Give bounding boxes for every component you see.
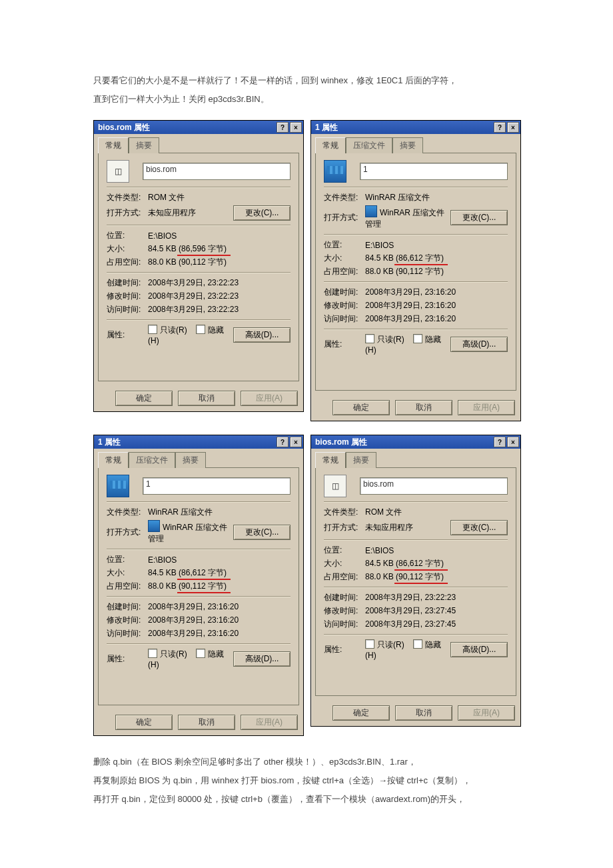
- label-accessed: 访问时间:: [324, 313, 365, 325]
- winrar-icon: [148, 520, 160, 532]
- tab-general[interactable]: 常规: [315, 137, 346, 153]
- apply-button[interactable]: 应用(A): [458, 400, 515, 415]
- label-size-on-disk: 占用空间:: [324, 266, 365, 277]
- value-created: 2008年3月29日, 23:16:20: [148, 601, 291, 613]
- tab-summary[interactable]: 摘要: [129, 137, 159, 153]
- label-attributes: 属性:: [324, 644, 365, 655]
- label-created: 创建时间:: [107, 277, 148, 289]
- advanced-button[interactable]: 高级(D)...: [233, 651, 291, 667]
- label-open-with: 打开方式:: [324, 212, 365, 223]
- tab-summary[interactable]: 摘要: [346, 452, 376, 468]
- label-size-on-disk: 占用空间:: [107, 257, 148, 268]
- value-modified: 2008年3月29日, 23:16:20: [365, 300, 508, 311]
- readonly-checkbox[interactable]: [148, 649, 157, 658]
- cancel-button[interactable]: 取消: [178, 715, 235, 730]
- hidden-checkbox[interactable]: [413, 639, 422, 649]
- value-location: E:\BIOS: [365, 241, 508, 250]
- outro-line-1: 删除 q.bin（在 BIOS 剩余空间足够时多出了 other 模块！）、ep…: [93, 755, 520, 769]
- advanced-button[interactable]: 高级(D)...: [233, 327, 291, 343]
- tab-general[interactable]: 常规: [315, 452, 346, 468]
- label-accessed: 访问时间:: [107, 304, 148, 315]
- value-size-on-disk: 88.0 KB (90,112 字节): [148, 257, 291, 268]
- label-size: 大小:: [324, 558, 365, 569]
- close-button[interactable]: ×: [290, 437, 302, 447]
- change-button[interactable]: 更改(C)...: [450, 520, 508, 535]
- hidden-checkbox[interactable]: [196, 325, 205, 334]
- label-accessed: 访问时间:: [107, 628, 148, 639]
- readonly-checkbox[interactable]: [365, 639, 374, 649]
- value-size: 84.5 KB (86,596 字节): [148, 243, 291, 255]
- cancel-button[interactable]: 取消: [178, 391, 235, 406]
- tab-summary[interactable]: 摘要: [175, 452, 206, 468]
- value-file-type: ROM 文件: [365, 507, 508, 518]
- value-open-with: WinRAR 压缩文件管理: [365, 205, 450, 230]
- readonly-checkbox[interactable]: [148, 325, 157, 334]
- readonly-label: 只读(R): [160, 649, 187, 659]
- advanced-button[interactable]: 高级(D)...: [450, 337, 508, 352]
- help-button[interactable]: ?: [277, 122, 289, 133]
- value-accessed: 2008年3月29日, 23:16:20: [148, 628, 291, 639]
- filename-input[interactable]: bios.rom: [143, 163, 291, 180]
- filename-input[interactable]: 1: [143, 477, 291, 495]
- readonly-label: 只读(R): [377, 335, 404, 344]
- help-button[interactable]: ?: [494, 437, 506, 447]
- filename-input[interactable]: bios.rom: [360, 477, 508, 495]
- cancel-button[interactable]: 取消: [395, 400, 452, 415]
- label-size: 大小:: [107, 567, 148, 579]
- tab-general[interactable]: 常规: [98, 452, 129, 468]
- ok-button[interactable]: 确定: [332, 400, 390, 415]
- tab-archive[interactable]: 压缩文件: [129, 452, 175, 468]
- change-button[interactable]: 更改(C)...: [233, 205, 291, 221]
- label-size-on-disk: 占用空间:: [324, 571, 365, 583]
- tab-archive[interactable]: 压缩文件: [346, 137, 392, 153]
- rar-icon: [324, 160, 346, 183]
- intro-line-2: 直到它们一样大小为止！关闭 ep3cds3r.BIN。: [93, 92, 520, 107]
- hidden-checkbox[interactable]: [413, 334, 422, 343]
- label-location: 位置:: [324, 545, 365, 556]
- rar-icon: [107, 475, 129, 497]
- tab-general[interactable]: 常规: [98, 137, 129, 153]
- value-file-type: ROM 文件: [148, 192, 291, 203]
- help-button[interactable]: ?: [494, 122, 506, 133]
- close-button[interactable]: ×: [507, 122, 519, 133]
- readonly-label: 只读(R): [160, 325, 187, 335]
- hidden-checkbox[interactable]: [196, 649, 205, 658]
- change-button[interactable]: 更改(C)...: [233, 525, 291, 540]
- label-modified: 修改时间:: [324, 605, 365, 617]
- label-created: 创建时间:: [324, 592, 365, 603]
- label-modified: 修改时间:: [324, 300, 365, 311]
- value-size-on-disk: 88.0 KB (90,112 字节): [148, 581, 291, 592]
- filename-input[interactable]: 1: [360, 163, 508, 180]
- dialog-title: bios.rom 属性: [315, 437, 367, 448]
- tab-summary[interactable]: 摘要: [392, 137, 423, 153]
- label-file-type: 文件类型:: [324, 507, 365, 518]
- label-created: 创建时间:: [107, 601, 148, 613]
- dialog-title: bios.rom 属性: [98, 122, 150, 133]
- close-button[interactable]: ×: [290, 122, 302, 133]
- value-accessed: 2008年3月29日, 23:27:45: [365, 619, 508, 630]
- value-created: 2008年3月29日, 23:22:23: [148, 277, 291, 289]
- label-location: 位置:: [324, 239, 365, 251]
- label-size: 大小:: [107, 243, 148, 255]
- outro-line-2: 再复制原始 BIOS 为 q.bin，用 winhex 打开 bios.rom，…: [93, 773, 520, 788]
- ok-button[interactable]: 确定: [115, 715, 173, 730]
- value-accessed: 2008年3月29日, 23:16:20: [365, 313, 508, 325]
- apply-button[interactable]: 应用(A): [241, 715, 298, 730]
- ok-button[interactable]: 确定: [332, 705, 390, 721]
- help-button[interactable]: ?: [277, 437, 289, 447]
- ok-button[interactable]: 确定: [115, 391, 173, 406]
- apply-button[interactable]: 应用(A): [241, 391, 298, 406]
- value-location: E:\BIOS: [365, 546, 508, 555]
- change-button[interactable]: 更改(C)...: [450, 210, 508, 225]
- dialog-title: 1 属性: [315, 122, 338, 133]
- outro-line-3: 再打开 q.bin，定位到 80000 处，按键 ctrl+b（覆盖），查看下一…: [93, 792, 520, 807]
- apply-button[interactable]: 应用(A): [458, 705, 515, 721]
- close-button[interactable]: ×: [507, 437, 519, 447]
- label-modified: 修改时间:: [107, 291, 148, 302]
- value-location: E:\BIOS: [148, 231, 291, 241]
- advanced-button[interactable]: 高级(D)...: [450, 642, 508, 657]
- label-open-with: 打开方式:: [107, 207, 148, 219]
- cancel-button[interactable]: 取消: [395, 705, 452, 721]
- readonly-checkbox[interactable]: [365, 334, 374, 343]
- properties-dialog-rar-b: 1 属性 ? × 常规 压缩文件 摘要 1 文件类型:WinRAR 压: [310, 120, 521, 421]
